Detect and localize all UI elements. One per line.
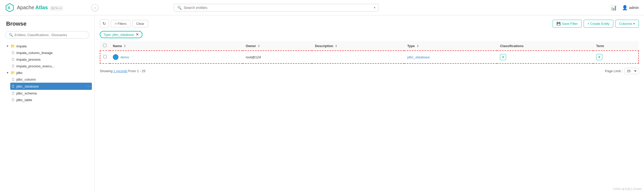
- columns-label: Columns ▾: [619, 22, 635, 26]
- global-search-bar[interactable]: 🔍 ▾: [174, 4, 379, 12]
- tree-label-jdbc-table: jdbc_table: [16, 98, 91, 102]
- file-icon: 🗋: [11, 77, 15, 81]
- file-icon: 🗋: [11, 57, 15, 61]
- pagination-area: Showing 1 records From 1 - 25 Page Limit…: [100, 68, 639, 74]
- page-limit-area: Page Limit : 25 50 100: [605, 68, 639, 74]
- header-right: 📊 👤 admin: [601, 5, 639, 11]
- filters-button[interactable]: > Filters: [111, 20, 130, 27]
- sidebar: Browse 🔍 ▼ 📁 impala 🗋 impala_column_line…: [0, 15, 95, 193]
- tree-label-jdbc-database: jdbc_database: [16, 84, 85, 88]
- tree-label-jdbc-column: jdbc_column: [16, 78, 91, 81]
- refresh-icon: ↻: [103, 21, 106, 26]
- select-all-checkbox[interactable]: [103, 44, 106, 47]
- file-icon: 🗋: [11, 98, 15, 102]
- header-description[interactable]: Description ⇕: [312, 41, 404, 51]
- file-icon: 🗋: [11, 91, 15, 95]
- header-type[interactable]: Type ⇕: [404, 41, 497, 51]
- cell-type: jdbc_database: [404, 51, 497, 63]
- header-checkbox-col: [100, 41, 110, 51]
- admin-menu[interactable]: 👤 admin: [622, 5, 639, 10]
- table-header: Name ⇕ Owner ⇕ Description ⇕ Type ⇕: [100, 41, 639, 51]
- main-layout: Browse 🔍 ▼ 📁 impala 🗋 impala_column_line…: [0, 15, 644, 193]
- folder-icon: 📁: [10, 71, 15, 75]
- file-icon-active: 🗋: [11, 84, 15, 88]
- tree-label-impala: impala: [16, 44, 91, 48]
- cell-classifications: +: [497, 51, 593, 63]
- page-limit-label: Page Limit :: [605, 69, 623, 73]
- watermark: CSDN @沉迷之水NaN: [613, 187, 641, 191]
- file-icon: 🗋: [11, 51, 15, 55]
- type-link[interactable]: jdbc_database: [407, 55, 430, 59]
- search-icon: 🔍: [177, 6, 182, 10]
- header-owner[interactable]: Owner ⇕: [243, 41, 312, 51]
- filter-tag-close-icon[interactable]: ✕: [136, 33, 139, 37]
- logo-icon: A: [5, 3, 14, 12]
- sidebar-search-box[interactable]: 🔍: [5, 31, 89, 39]
- tree-item-jdbc-schema[interactable]: 🗋 jdbc_schema: [10, 90, 92, 97]
- page-limit-select[interactable]: 25 50 100: [625, 68, 639, 74]
- header-name[interactable]: Name ⇕: [110, 41, 243, 51]
- toggle-sidebar-button[interactable]: ‹: [91, 4, 99, 11]
- cell-term: +: [593, 51, 639, 63]
- beta-badge: BETA UI: [50, 6, 63, 10]
- row-checkbox[interactable]: [103, 55, 107, 58]
- filter-tags-area: Type: jdbc_database ✕: [100, 31, 639, 41]
- tree-item-impala[interactable]: ▼ 📁 impala: [5, 43, 92, 49]
- sidebar-search-icon: 🔍: [9, 33, 13, 37]
- tree-label-impala-column-lineage: impala_column_lineage: [16, 51, 91, 55]
- item-more-icon[interactable]: ···: [87, 84, 91, 89]
- tree-group-jdbc: 🗋 jdbc_column 🗋 jdbc_database ··· 🗋 jdbc…: [5, 76, 92, 103]
- clear-button[interactable]: Clear: [133, 20, 148, 27]
- folder-icon: 📁: [10, 44, 15, 48]
- tree-item-impala-process-execu[interactable]: 🗋 impala_process_execu...: [10, 63, 92, 69]
- tree-item-jdbc[interactable]: ▼ 📁 jdbc: [5, 69, 92, 76]
- header-term: Term: [593, 41, 639, 51]
- table-row: 🌐 demo root@124 jdbc_database +: [100, 51, 639, 63]
- filter-tag-jdbc-database: Type: jdbc_database ✕: [100, 31, 143, 38]
- tree-item-jdbc-column[interactable]: 🗋 jdbc_column: [10, 76, 92, 83]
- create-entity-button[interactable]: + Create Entity: [584, 20, 613, 28]
- search-input[interactable]: [184, 6, 374, 10]
- sidebar-title: Browse: [5, 20, 94, 27]
- add-term-button[interactable]: +: [596, 54, 602, 60]
- header-classifications: Classifications: [497, 41, 593, 51]
- cell-name: 🌐 demo: [110, 51, 243, 63]
- tree-item-jdbc-table[interactable]: 🗋 jdbc_table: [10, 97, 92, 103]
- search-dropdown-arrow-icon[interactable]: ▾: [374, 6, 375, 9]
- filter-tag-text: Type: jdbc_database: [103, 33, 134, 37]
- sort-type-icon: ⇕: [417, 45, 419, 48]
- add-classification-button[interactable]: +: [500, 54, 506, 60]
- main-content: ↻ > Filters Clear 💾 Save Filter + Create…: [95, 15, 644, 193]
- file-icon: 🗋: [11, 64, 15, 68]
- tree-arrow-jdbc: ▼: [6, 71, 9, 74]
- admin-label: admin: [629, 6, 639, 10]
- columns-button[interactable]: Columns ▾: [615, 20, 639, 28]
- sidebar-search-input[interactable]: [15, 33, 85, 37]
- tree-label-jdbc-schema: jdbc_schema: [16, 91, 91, 95]
- filters-label: > Filters: [115, 22, 127, 26]
- tree-item-impala-process[interactable]: 🗋 impala_process: [10, 56, 92, 63]
- entity-tree: ▼ 📁 impala 🗋 impala_column_lineage 🗋 imp…: [5, 43, 94, 103]
- entity-globe-icon: 🌐: [113, 54, 118, 60]
- toolbar: ↻ > Filters Clear 💾 Save Filter + Create…: [100, 19, 639, 28]
- logo-area: A Apache Atlas BETA UI: [5, 3, 63, 12]
- create-entity-label: + Create Entity: [587, 22, 609, 26]
- logo-text: Apache Atlas BETA UI: [17, 5, 63, 10]
- tree-item-jdbc-database[interactable]: 🗋 jdbc_database ···: [10, 83, 92, 90]
- tree-arrow-impala: ▼: [6, 45, 9, 48]
- sort-owner-icon: ⇕: [258, 45, 260, 48]
- save-filter-label: Save Filter: [562, 22, 578, 26]
- analytics-icon[interactable]: 📊: [610, 5, 617, 11]
- records-link[interactable]: 1 records: [114, 69, 127, 73]
- tree-item-impala-column-lineage[interactable]: 🗋 impala_column_lineage: [10, 49, 92, 56]
- save-filter-button[interactable]: 💾 Save Filter: [553, 20, 582, 28]
- sort-name-icon: ⇕: [124, 45, 126, 48]
- refresh-button[interactable]: ↻: [100, 19, 109, 28]
- tree-group-impala: 🗋 impala_column_lineage 🗋 impala_process…: [5, 49, 92, 69]
- table-body: 🌐 demo root@124 jdbc_database +: [100, 51, 639, 63]
- entity-name-link[interactable]: 🌐 demo: [113, 54, 239, 60]
- toolbar-right: 💾 Save Filter + Create Entity Columns ▾: [553, 20, 639, 28]
- tree-label-impala-process: impala_process: [16, 58, 91, 61]
- sort-desc-icon: ⇕: [335, 45, 337, 48]
- save-icon: 💾: [556, 22, 561, 26]
